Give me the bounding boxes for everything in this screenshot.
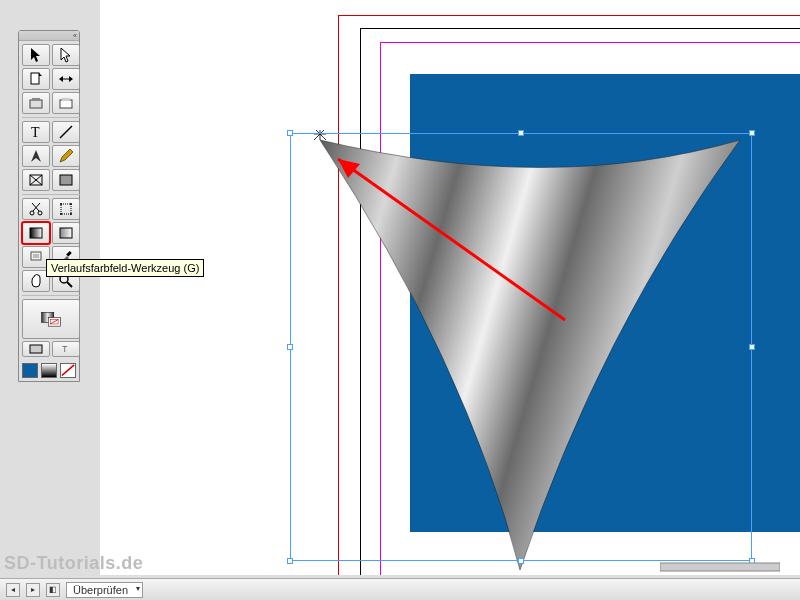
svg-point-20 [70,213,72,215]
svg-point-19 [60,213,62,215]
pencil-tool[interactable] [52,145,80,167]
tool-tooltip: Verlaufsfarbfeld-Werkzeug (G) [46,259,204,277]
direct-selection-tool[interactable] [52,44,80,66]
gradient-feather-tool[interactable] [52,222,80,244]
preflight-mode-dropdown[interactable]: Überprüfen [66,582,143,598]
svg-point-18 [70,203,72,205]
rectangle-frame-tool[interactable] [22,169,50,191]
scissors-tool[interactable] [22,198,50,220]
gap-tool[interactable] [52,68,80,90]
rectangle-tool[interactable] [52,169,80,191]
toolbox-header[interactable]: « [19,31,79,41]
selection-handle[interactable] [287,558,293,564]
svg-rect-16 [61,204,71,214]
svg-line-7 [60,126,72,138]
statusbar: ◂ ▸ ◧ Überprüfen [0,578,800,600]
swatch-row [19,360,79,381]
selection-handle[interactable] [749,344,755,350]
tool-grid: T T [19,41,79,360]
formatting-container-button[interactable] [22,341,50,357]
page-tool[interactable] [22,68,50,90]
svg-line-14 [33,203,40,211]
svg-line-28 [67,282,72,287]
svg-rect-2 [30,100,42,108]
apply-color-swatch[interactable] [22,363,38,378]
svg-point-13 [38,211,42,215]
selection-handle[interactable] [287,344,293,350]
svg-rect-23 [31,252,41,260]
toolbox-panel: « T [18,30,80,382]
gradient-swatch-tool[interactable] [22,222,50,244]
line-tool[interactable] [52,121,80,143]
selection-handle[interactable] [287,130,293,136]
type-tool[interactable]: T [22,121,50,143]
svg-rect-33 [30,345,42,353]
svg-rect-21 [30,228,42,238]
svg-text:T: T [31,125,40,140]
content-collector-tool[interactable] [22,92,50,114]
svg-point-17 [60,203,62,205]
svg-rect-22 [60,228,72,238]
svg-rect-0 [31,73,39,84]
apply-gradient-swatch[interactable] [41,363,57,378]
page-menu-icon[interactable]: ◧ [46,583,60,597]
svg-point-12 [30,211,34,215]
page-prev-button[interactable]: ◂ [6,583,20,597]
selection-handle[interactable] [518,130,524,136]
selection-box [290,133,752,561]
collapse-icon[interactable]: « [73,32,77,39]
apply-none-swatch[interactable] [60,363,76,378]
fill-stroke-swatch[interactable] [22,299,80,339]
svg-rect-5 [62,98,70,101]
canvas-area[interactable] [100,0,800,575]
svg-rect-37 [660,563,780,571]
svg-text:T: T [62,344,68,354]
selection-handle[interactable] [518,558,524,564]
svg-rect-4 [60,100,72,108]
pen-tool[interactable] [22,145,50,167]
watermark: SD-Tutorials.de [4,553,143,574]
svg-line-15 [32,203,39,211]
selection-handle[interactable] [749,130,755,136]
page-next-button[interactable]: ▸ [26,583,40,597]
svg-rect-3 [32,98,40,101]
horizontal-scrollbar[interactable] [660,561,780,573]
selection-tool[interactable] [22,44,50,66]
svg-rect-26 [66,251,72,257]
svg-line-35 [62,365,74,376]
formatting-text-button[interactable]: T [52,341,80,357]
svg-rect-11 [60,175,72,185]
free-transform-tool[interactable] [52,198,80,220]
content-placer-tool[interactable] [52,92,80,114]
